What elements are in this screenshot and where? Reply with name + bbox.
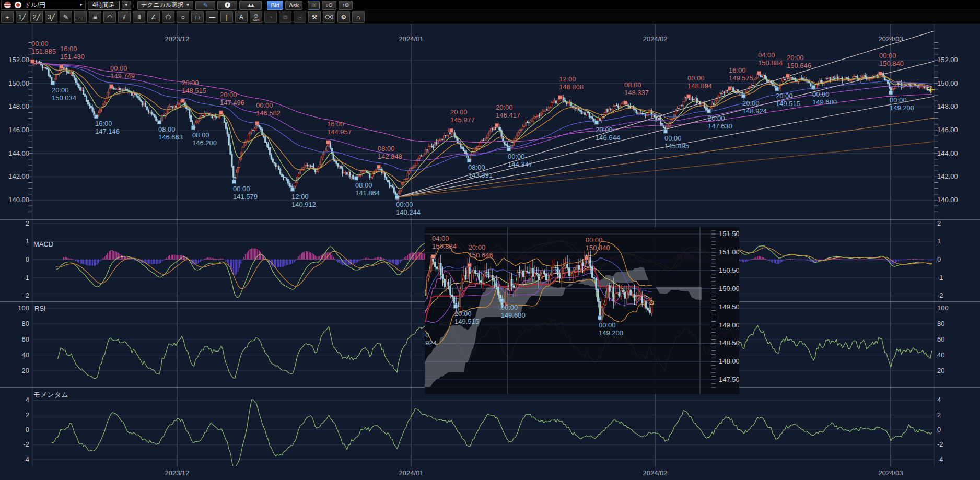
history-tool[interactable]: ◔ (264, 11, 277, 23)
copy-tool[interactable]: ⧉ (279, 11, 291, 23)
trendline-tool-2-icon: 2╱ (33, 14, 40, 20)
ask-button[interactable]: Ask (285, 1, 302, 10)
trendline-tool-2[interactable]: 2╱ (30, 11, 43, 23)
timeframe-dropdown-button[interactable]: ▼ (122, 1, 131, 10)
crosshair-tool[interactable]: ＋ (1, 11, 14, 23)
svg-text:2023/12: 2023/12 (165, 469, 190, 477)
svg-text:2024/02: 2024/02 (643, 35, 668, 43)
fibo-arcs-tool[interactable]: ◠ (103, 11, 116, 23)
svg-text:20:00: 20:00 (596, 126, 613, 134)
fibo-timezones-tool-icon: |||| (137, 15, 140, 19)
fibo-retracement-tool[interactable]: ≡ (89, 11, 101, 23)
svg-text:150.034: 150.034 (52, 94, 76, 102)
wrench-tool-icon: ⚒ (312, 14, 318, 20)
text-tool-icon: A (239, 14, 243, 20)
gann-fan-tool[interactable]: ∠ (147, 11, 160, 23)
svg-text:12:00: 12:00 (559, 75, 576, 83)
settings-tool[interactable]: ⚙ (337, 11, 350, 23)
svg-text:20: 20 (22, 367, 29, 374)
fibo-fan-tool[interactable]: ⫽ (118, 11, 131, 23)
trendline-tool-3[interactable]: 3╱ (45, 11, 57, 23)
svg-text:60: 60 (22, 335, 29, 343)
svg-text:147.146: 147.146 (95, 127, 120, 135)
zoom-in-button[interactable]: ↑⊕ (339, 1, 353, 10)
svg-text:140.00: 140.00 (8, 196, 29, 204)
magnet-tool[interactable]: ∩ (352, 11, 365, 23)
svg-text:-2: -2 (23, 291, 29, 299)
paste-tool[interactable]: ⎘ (294, 11, 306, 23)
ellipse-tool[interactable]: ○ (177, 11, 189, 23)
pair-selector[interactable]: ドル/円 ▼ (1, 1, 86, 10)
chevron-down-icon: ▼ (124, 3, 129, 7)
icon-stamp-tool[interactable]: ☺ICON (250, 11, 262, 23)
svg-text:00:00: 00:00 (233, 185, 250, 193)
svg-text:148.894: 148.894 (687, 82, 712, 90)
svg-text:04:00: 04:00 (758, 51, 775, 59)
parallel-lines-tool-icon: ═ (78, 14, 83, 20)
svg-text:2024/01: 2024/01 (399, 469, 424, 477)
info-icon: i (225, 2, 230, 8)
zoom-out-button[interactable]: ↓⊖ (322, 1, 336, 10)
ruler-tool[interactable]: ✎ (60, 11, 72, 23)
svg-text:-2: -2 (23, 440, 29, 448)
svg-text:152.00: 152.00 (937, 56, 958, 64)
svg-text:144.00: 144.00 (8, 149, 29, 157)
pentagon-tool[interactable]: ⬠ (162, 11, 174, 23)
svg-text:-4: -4 (937, 455, 943, 463)
technical-select-button[interactable]: テクニカル選択 ▼ (137, 1, 194, 10)
svg-text:147.496: 147.496 (220, 99, 244, 107)
svg-text:145.895: 145.895 (664, 142, 689, 150)
svg-text:148.337: 148.337 (624, 89, 649, 97)
svg-text:146.417: 146.417 (496, 111, 520, 119)
inset-zoom-panel: 151.50151.00150.50150.00149.50149.00148.… (412, 219, 740, 394)
chevron-down-icon: ▼ (186, 3, 190, 7)
gann-fan-tool-icon: ∠ (151, 14, 157, 20)
icon-stamp-tool-caption: ICON (253, 19, 260, 21)
svg-text:0: 0 (26, 255, 29, 263)
wrench-tool[interactable]: ⚒ (308, 11, 321, 23)
svg-text:148.924: 148.924 (742, 107, 767, 115)
svg-text:145.977: 145.977 (450, 116, 475, 124)
timeframe-field[interactable]: 4時間足 (88, 1, 120, 10)
fibo-timezones-tool[interactable]: |||| (133, 11, 145, 23)
trendline-tool-3-icon: 3╱ (48, 14, 55, 20)
svg-text:148.00: 148.00 (937, 102, 958, 110)
chart-type-button[interactable]: ılıl (308, 1, 320, 10)
info-button[interactable]: i (217, 1, 237, 10)
vertical-line-tool-icon: | (226, 14, 227, 20)
fibo-retracement-tool-icon: ≡ (93, 14, 97, 20)
svg-text:150.840: 150.840 (879, 60, 904, 67)
vertical-line-tool[interactable]: | (220, 11, 233, 23)
svg-text:146.663: 146.663 (158, 133, 183, 141)
svg-text:150.884: 150.884 (758, 59, 783, 67)
svg-text:149.749: 149.749 (110, 72, 135, 80)
chart-area[interactable]: 2023/122023/122024/012024/012024/022024/… (0, 24, 980, 480)
chart-canvas[interactable]: 2023/122023/122024/012024/012024/022024/… (0, 24, 980, 480)
svg-text:1: 1 (26, 237, 29, 245)
mountain-chart-button[interactable]: ▲▲ (239, 1, 262, 10)
parallel-lines-tool[interactable]: ═ (74, 11, 87, 23)
rectangle-tool[interactable]: □ (191, 11, 204, 23)
svg-text:149.50: 149.50 (719, 303, 740, 311)
svg-text:00:00: 00:00 (396, 201, 413, 208)
magnet-tool-icon: ∩ (356, 14, 361, 20)
chevron-down-icon: ▼ (79, 3, 83, 7)
bid-button[interactable]: Bid (267, 1, 283, 10)
svg-text:142.00: 142.00 (937, 172, 958, 180)
text-tool[interactable]: A (235, 11, 248, 23)
trendline-tool-1[interactable]: 1╱ (16, 11, 28, 23)
svg-text:0: 0 (937, 255, 941, 263)
copy-tool-icon: ⧉ (283, 14, 288, 20)
svg-text:00:00: 00:00 (110, 64, 127, 72)
svg-text:146.582: 146.582 (256, 109, 281, 117)
svg-text:140.00: 140.00 (937, 196, 958, 204)
svg-text:2: 2 (26, 411, 29, 419)
horizontal-line-tool[interactable]: — (206, 11, 218, 23)
svg-text:150.646: 150.646 (469, 251, 493, 259)
eraser-tool[interactable]: ⌫ (323, 11, 335, 23)
pair-label: ドル/円 (25, 1, 45, 9)
svg-text:150.00: 150.00 (937, 79, 958, 87)
svg-text:20:00: 20:00 (496, 103, 513, 111)
draw-pencil-button[interactable]: ✎ (195, 1, 215, 10)
ask-label: Ask (289, 2, 299, 8)
